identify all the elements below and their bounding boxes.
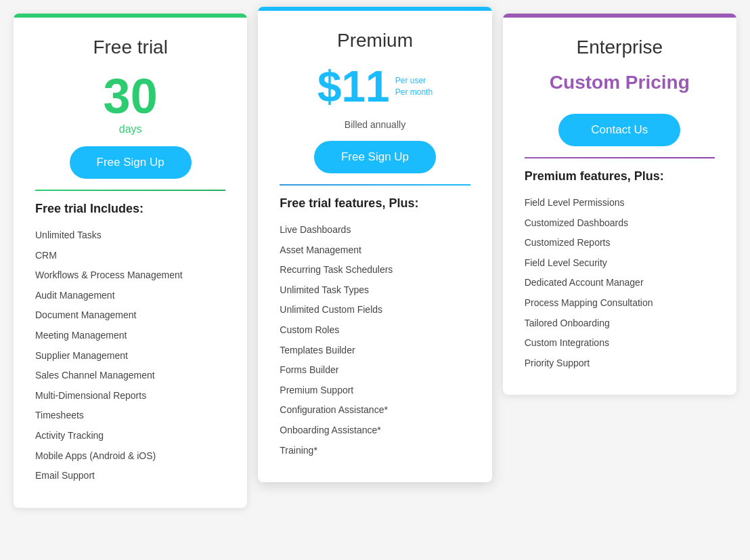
premium-title: Premium <box>280 30 470 51</box>
enterprise-contact-button[interactable]: Contact Us <box>558 114 680 146</box>
list-item: Supplier Management <box>35 346 225 366</box>
list-item: Customized Dashboards <box>525 213 715 234</box>
premium-features-title: Free trial features, Plus: <box>280 196 470 211</box>
list-item: CRM <box>35 246 225 266</box>
list-item: Unlimited Custom Fields <box>280 300 470 320</box>
list-item: Training* <box>280 441 470 461</box>
list-item: Sales Channel Management <box>35 366 225 386</box>
premium-signup-button[interactable]: Free Sign Up <box>314 141 436 173</box>
free-features-list: Unlimited Tasks CRM Workflows & Process … <box>35 225 225 486</box>
list-item: Priority Support <box>525 353 715 374</box>
free-divider <box>35 190 225 191</box>
premium-billed: Billed annually <box>280 119 470 130</box>
list-item: Unlimited Tasks <box>35 225 225 246</box>
list-item: Onboarding Assistance* <box>280 421 470 441</box>
premium-card: Premium $11 Per user Per month Billed an… <box>258 7 491 482</box>
free-trial-card: Free trial 30 days Free Sign Up Free tri… <box>14 14 247 508</box>
list-item: Recurring Task Schedulers <box>280 260 470 280</box>
list-item: Unlimited Task Types <box>280 280 470 301</box>
premium-price-area: $11 Per user Per month <box>280 65 470 108</box>
premium-features-list: Live Dashboards Asset Management Recurri… <box>280 220 470 460</box>
free-features-title: Free trial Includes: <box>35 202 225 216</box>
premium-price-meta: $11 Per user Per month <box>280 65 470 108</box>
list-item: Dedicated Account Manager <box>525 273 715 293</box>
free-price-label: days <box>35 123 225 135</box>
list-item: Forms Builder <box>280 360 470 381</box>
list-item: Custom Roles <box>280 320 470 341</box>
list-item: Premium Support <box>280 381 470 401</box>
enterprise-custom-pricing: Custom Pricing <box>525 72 715 93</box>
premium-per-month: Per month <box>395 87 433 97</box>
premium-price-dollar: $11 <box>317 65 390 108</box>
list-item: Field Level Security <box>525 253 715 274</box>
enterprise-features-list: Field Level Permissions Customized Dashb… <box>525 193 715 373</box>
premium-divider <box>280 184 470 186</box>
list-item: Process Mapping Consultation <box>525 293 715 314</box>
enterprise-card: Enterprise Custom Pricing Contact Us Pre… <box>503 14 736 395</box>
list-item: Mobile Apps (Android & iOS) <box>35 446 225 467</box>
enterprise-features-title: Premium features, Plus: <box>525 169 715 184</box>
enterprise-title: Enterprise <box>525 37 715 58</box>
list-item: Tailored Onboarding <box>525 314 715 334</box>
premium-per-user: Per user <box>395 76 426 85</box>
list-item: Custom Integrations <box>525 333 715 353</box>
list-item: Document Management <box>35 305 225 326</box>
list-item: Asset Management <box>280 240 470 261</box>
list-item: Customized Reports <box>525 233 715 253</box>
list-item: Timesheets <box>35 406 225 426</box>
free-signup-button[interactable]: Free Sign Up <box>70 146 192 179</box>
list-item: Activity Tracking <box>35 426 225 446</box>
enterprise-divider <box>525 157 715 158</box>
list-item: Audit Management <box>35 286 225 306</box>
premium-price-per: Per user Per month <box>395 75 433 98</box>
list-item: Workflows & Process Management <box>35 265 225 286</box>
list-item: Field Level Permissions <box>525 193 715 213</box>
list-item: Templates Builder <box>280 341 470 361</box>
list-item: Multi-Dimensional Reports <box>35 386 225 406</box>
list-item: Meeting Management <box>35 326 225 346</box>
list-item: Email Support <box>35 466 225 486</box>
pricing-container: Free trial 30 days Free Sign Up Free tri… <box>14 14 736 508</box>
list-item: Live Dashboards <box>280 220 470 240</box>
list-item: Configuration Assistance* <box>280 400 470 421</box>
free-price-area: 30 days <box>35 72 225 135</box>
free-price-number: 30 <box>35 72 225 121</box>
free-title: Free trial <box>35 37 225 58</box>
